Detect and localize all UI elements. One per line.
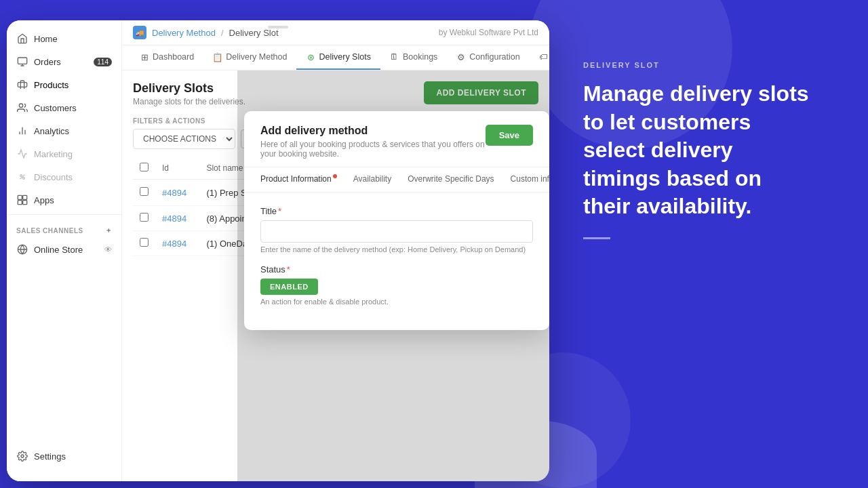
status-enabled-button[interactable]: ENABLED — [260, 279, 318, 295]
row-checkbox-3[interactable] — [140, 238, 149, 247]
modal-title: Add delivery method — [260, 125, 486, 137]
apps-icon — [16, 194, 28, 206]
tab-label-configuration: Configuration — [469, 52, 519, 62]
page-title: Delivery Slots — [133, 81, 245, 96]
online-store-visibility-icon[interactable]: 👁 — [104, 245, 112, 253]
row-id-2[interactable]: #4894 — [162, 214, 186, 224]
sidebar-item-home[interactable]: Home — [7, 27, 121, 50]
svg-rect-10 — [23, 201, 27, 205]
delivery-method-icon: 📋 — [213, 52, 222, 62]
svg-point-5 — [20, 175, 22, 177]
plugin-logo: 🚚 — [133, 26, 146, 39]
svg-rect-0 — [18, 58, 26, 64]
add-sales-channel-icon[interactable]: ＋ — [105, 226, 113, 235]
tab-dashboard[interactable]: ⊞ Dashboard — [130, 45, 203, 70]
svg-point-6 — [23, 178, 25, 180]
breadcrumb-parent[interactable]: Delivery Method — [152, 28, 216, 38]
tab-navigation: ⊞ Dashboard 📋 Delivery Method ⊛ Delivery… — [122, 45, 549, 70]
row-checkbox-2[interactable] — [140, 213, 149, 222]
orders-icon — [16, 56, 28, 68]
modal-tab-product-info[interactable]: Product Information — [252, 167, 345, 192]
svg-rect-8 — [23, 195, 27, 199]
tab-label-bookings: Bookings — [403, 52, 437, 62]
sidebar-label-products: Products — [34, 80, 68, 90]
sidebar-label-orders: Orders — [34, 57, 61, 67]
sidebar-label-analytics: Analytics — [34, 126, 69, 136]
analytics-icon — [16, 125, 28, 137]
modal-tab-label-availability: Availability — [353, 174, 391, 184]
col-id: Id — [155, 157, 199, 180]
breadcrumb-separator: / — [221, 28, 224, 38]
modal-tab-label-overwrite-days: Overwrite Specific Days — [408, 174, 494, 184]
title-hint: Enter the name of the delivery method (e… — [260, 245, 533, 253]
right-panel-title: Manage delivery slots to let customers s… — [583, 80, 814, 221]
modal-overlay: Add delivery method Here of all your boo… — [237, 70, 549, 481]
products-icon — [16, 79, 28, 91]
tab-label-dashboard: Dashboard — [153, 52, 194, 62]
sidebar-item-discounts[interactable]: Discounts — [7, 165, 121, 188]
modal-tab-overwrite-days[interactable]: Overwrite Specific Days — [399, 167, 502, 192]
sidebar-label-marketing: Marketing — [34, 149, 73, 159]
modal-tab-availability[interactable]: Availability — [345, 167, 399, 192]
page-subtitle: Manage slots for the deliveries. — [133, 97, 245, 106]
sales-channels-section: SALES CHANNELS ＋ — [7, 218, 121, 238]
tab-products[interactable]: 🏷 Products — [530, 45, 549, 70]
row-id-1[interactable]: #4894 — [162, 188, 186, 198]
tab-label-delivery-slots: Delivery Slots — [319, 52, 370, 62]
modal-title-group: Add delivery method Here of all your boo… — [260, 125, 486, 159]
sidebar-label-home: Home — [34, 34, 58, 44]
marketing-icon — [16, 148, 28, 160]
products-tab-icon: 🏷 — [539, 52, 549, 62]
modal-save-button[interactable]: Save — [486, 125, 533, 146]
svg-point-12 — [21, 455, 24, 458]
modal-tabs: Product Information Availability Overwri… — [244, 167, 549, 192]
sidebar-item-apps[interactable]: Apps — [7, 188, 121, 211]
required-dot — [333, 174, 337, 178]
title-input[interactable] — [260, 220, 533, 243]
sidebar-label-apps: Apps — [34, 195, 54, 205]
choose-actions-select[interactable]: CHOOSE ACTIONS — [133, 129, 235, 149]
main-content-area: 🚚 Delivery Method / Delivery Slot by Web… — [122, 20, 549, 481]
sidebar-item-marketing[interactable]: Marketing — [7, 142, 121, 165]
dashboard-icon: ⊞ — [140, 52, 149, 62]
modal-body: Title* Enter the name of the delivery me… — [244, 192, 549, 330]
sidebar-label-online-store: Online Store — [34, 245, 83, 255]
page-content: Delivery Slots Manage slots for the deli… — [122, 70, 549, 481]
add-delivery-method-modal: Add delivery method Here of all your boo… — [244, 111, 549, 330]
svg-point-1 — [19, 104, 22, 107]
tab-bookings[interactable]: 🗓 Bookings — [380, 45, 447, 70]
tab-label-delivery-method: Delivery Method — [226, 52, 287, 62]
plugin-header-left: 🚚 Delivery Method / Delivery Slot — [133, 26, 279, 39]
online-store-icon — [16, 243, 28, 256]
tab-configuration[interactable]: ⚙ Configuration — [447, 45, 529, 70]
tab-delivery-slots[interactable]: ⊛ Delivery Slots — [296, 45, 380, 70]
select-all-checkbox[interactable] — [140, 163, 149, 171]
title-form-group: Title* Enter the name of the delivery me… — [260, 206, 533, 253]
home-icon — [16, 33, 28, 45]
sidebar-item-customers[interactable]: Customers — [7, 96, 121, 119]
configuration-icon: ⚙ — [456, 52, 466, 62]
svg-rect-7 — [18, 195, 22, 199]
modal-tab-label-custom-info: Custom information — [511, 174, 549, 184]
discounts-icon — [16, 171, 28, 183]
sidebar-divider-1 — [7, 214, 121, 215]
row-id-3[interactable]: #4894 — [162, 239, 186, 249]
sidebar-item-analytics[interactable]: Analytics — [7, 119, 121, 142]
modal-tab-custom-info[interactable]: Custom information — [502, 167, 549, 192]
sidebar-item-products[interactable]: Products — [7, 73, 121, 96]
sidebar-item-orders[interactable]: Orders 114 — [7, 50, 121, 73]
plugin-header: 🚚 Delivery Method / Delivery Slot by Web… — [122, 20, 549, 45]
orders-badge: 114 — [94, 58, 112, 66]
sales-channels-label: SALES CHANNELS — [16, 227, 83, 235]
customers-icon — [16, 102, 28, 114]
sidebar-item-online-store[interactable]: Online Store 👁 — [7, 238, 121, 261]
scroll-indicator — [268, 26, 288, 28]
status-required-mark: * — [287, 264, 290, 274]
tab-delivery-method[interactable]: 📋 Delivery Method — [203, 45, 296, 70]
modal-subtitle: Here of all your booking products & serv… — [260, 140, 486, 159]
plugin-by-text: by Webkul Software Pvt Ltd — [439, 28, 538, 37]
row-checkbox-1[interactable] — [140, 187, 149, 196]
delivery-slot-label: DELIVERY SLOT — [583, 61, 834, 69]
title-required-mark: * — [278, 206, 281, 216]
sidebar-label-settings: Settings — [34, 451, 66, 462]
